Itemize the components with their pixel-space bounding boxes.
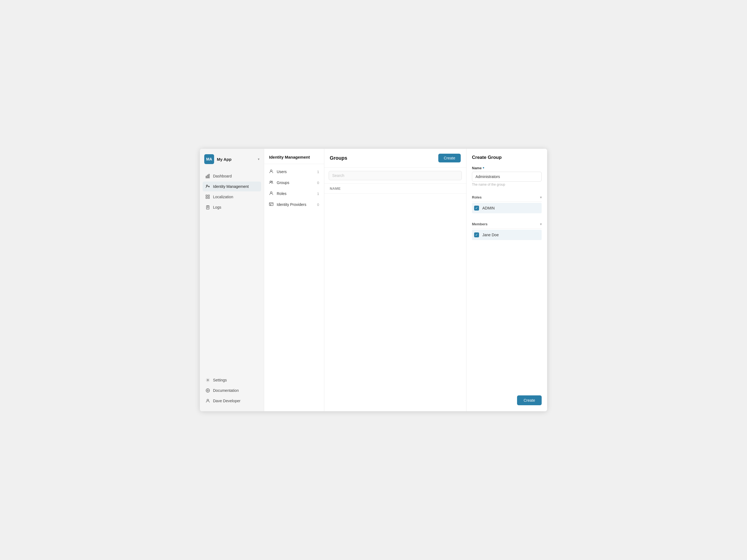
panel-nav-groups-label: Groups [277, 180, 314, 185]
panel-nav-groups-count: 0 [317, 181, 319, 185]
svg-point-12 [207, 380, 209, 381]
panel-nav-identity-providers-label: Identity Providers [277, 202, 314, 207]
sidebar-item-localization[interactable]: Localization [203, 192, 261, 202]
panel-nav-groups[interactable]: Groups 0 [264, 177, 324, 188]
chart-icon [205, 174, 210, 179]
sidebar-item-label: Settings [213, 378, 227, 382]
roles-section: Roles ▾ ✓ ADMIN [472, 193, 542, 213]
svg-point-17 [270, 181, 271, 182]
people-gear-icon [205, 184, 210, 189]
members-dropdown-header[interactable]: Members ▾ [472, 220, 542, 229]
members-item-jane-doe[interactable]: ✓ Jane Doe [472, 230, 542, 240]
svg-rect-6 [208, 195, 209, 196]
identity-providers-icon [269, 202, 274, 207]
create-button-groups[interactable]: Create [438, 154, 461, 162]
sidebar-item-identity-management[interactable]: Identity Management [203, 182, 261, 192]
required-indicator: • [483, 166, 484, 170]
members-section: Members ▾ ✓ Jane Doe [472, 220, 542, 240]
roles-icon [269, 191, 274, 196]
create-group-panel: Create Group Name • The name of the grou… [466, 149, 547, 411]
jane-doe-label: Jane Doe [482, 233, 499, 237]
groups-header: Groups Create [324, 149, 466, 168]
grid-icon [205, 195, 210, 199]
create-group-footer: Create [472, 393, 542, 405]
chevron-down-icon: ▾ [258, 157, 259, 161]
name-label: Name • [472, 166, 542, 170]
panel-nav-roles[interactable]: Roles 1 [264, 188, 324, 199]
svg-point-14 [207, 390, 208, 391]
groups-icon [269, 180, 274, 185]
sidebar-item-settings[interactable]: Settings [203, 375, 261, 385]
name-input[interactable] [472, 172, 542, 182]
identity-management-panel: Identity Management Users 1 [264, 149, 324, 411]
sidebar-item-label: Logs [213, 205, 221, 209]
admin-label: ADMIN [482, 206, 495, 210]
panel-nav-identity-providers-count: 0 [317, 203, 319, 207]
sidebar-item-label: Dave Developer [213, 399, 240, 403]
user-icon [269, 169, 274, 174]
panel-nav-users-label: Users [277, 170, 314, 174]
panel-nav-users-count: 1 [317, 170, 319, 174]
panel-nav-roles-count: 1 [317, 192, 319, 196]
person-icon [205, 399, 210, 403]
identity-management-nav: Users 1 Groups 0 [264, 164, 324, 212]
sidebar-item-label: Documentation [213, 388, 239, 393]
app-avatar: MA [204, 154, 214, 164]
svg-rect-2 [209, 174, 209, 178]
admin-checkbox[interactable]: ✓ [474, 206, 479, 210]
svg-rect-0 [206, 176, 207, 178]
app-header[interactable]: MA My App ▾ [200, 149, 264, 170]
groups-table-header: Name [324, 184, 466, 194]
sidebar-nav: Dashboard Identity Management [200, 170, 264, 373]
panel-nav-users[interactable]: Users 1 [264, 166, 324, 177]
app-name: My App [217, 157, 255, 161]
sidebar-item-dashboard[interactable]: Dashboard [203, 171, 261, 181]
sidebar-item-logs[interactable]: Logs [203, 202, 261, 212]
sidebar: MA My App ▾ Dashboard [200, 149, 264, 411]
svg-point-15 [207, 399, 209, 401]
svg-point-18 [272, 181, 273, 182]
svg-rect-5 [206, 195, 207, 196]
groups-title: Groups [330, 155, 435, 161]
svg-point-3 [206, 185, 208, 186]
create-group-button[interactable]: Create [517, 396, 542, 405]
sidebar-item-label: Localization [213, 195, 233, 199]
svg-rect-8 [208, 197, 209, 199]
sidebar-item-documentation[interactable]: Documentation [203, 385, 261, 396]
clipboard-icon [205, 205, 210, 210]
sidebar-item-label: Dashboard [213, 174, 232, 178]
panel-nav-roles-label: Roles [277, 192, 314, 196]
svg-point-16 [271, 170, 272, 172]
roles-dropdown-header[interactable]: Roles ▾ [472, 193, 542, 202]
chevron-down-icon: ▾ [540, 196, 542, 199]
groups-panel: Groups Create Name [324, 149, 466, 411]
sidebar-footer: Settings Documentation [200, 373, 264, 411]
panel-nav-identity-providers[interactable]: Identity Providers 0 [264, 199, 324, 210]
circle-gear-icon [205, 388, 210, 393]
jane-doe-checkbox[interactable]: ✓ [474, 232, 479, 237]
svg-rect-7 [206, 197, 207, 199]
roles-item-admin[interactable]: ✓ ADMIN [472, 203, 542, 213]
svg-rect-1 [207, 175, 208, 178]
identity-management-title: Identity Management [264, 149, 324, 164]
create-group-title: Create Group [472, 155, 542, 160]
name-field: Name • The name of the group [472, 166, 542, 186]
gear-icon [205, 378, 210, 383]
chevron-down-icon: ▾ [540, 222, 542, 226]
sidebar-item-dave-developer[interactable]: Dave Developer [203, 396, 261, 406]
search-input[interactable] [329, 171, 462, 180]
sidebar-item-label: Identity Management [213, 184, 249, 189]
svg-point-19 [271, 192, 272, 193]
name-hint: The name of the group [472, 183, 542, 186]
search-bar [324, 168, 466, 184]
